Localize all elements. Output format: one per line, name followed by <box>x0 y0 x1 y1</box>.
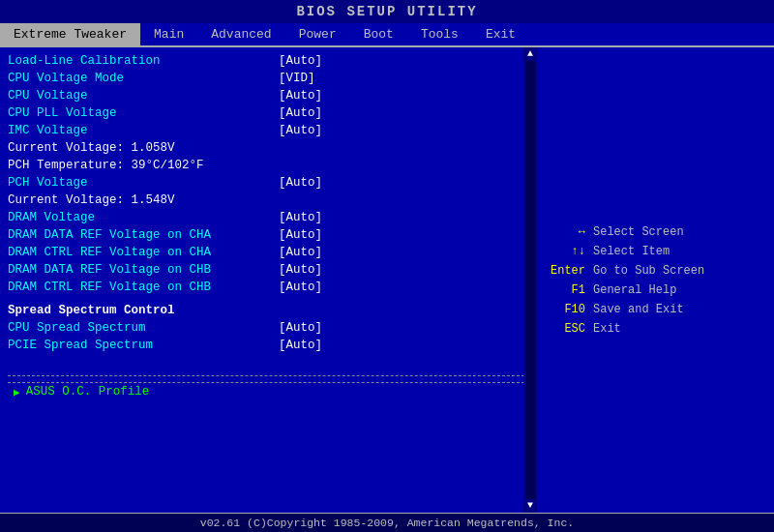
help-row-f1: F1 General Help <box>547 283 764 297</box>
menu-row-load-line[interactable]: Load-Line Calibration [Auto] <box>8 53 529 71</box>
menu-row-pch-temp: PCH Temperature: 39°C/102°F <box>8 158 529 175</box>
label-pch-temp: PCH Temperature: 39°C/102°F <box>8 159 279 172</box>
label-imc: IMC Voltage <box>8 124 279 137</box>
menu-row-pcie-spread[interactable]: PCIE Spread Spectrum [Auto] <box>8 338 529 355</box>
value-imc: [Auto] <box>279 124 322 137</box>
bios-title: BIOS SETUP UTILITY <box>296 4 477 19</box>
value-pch-voltage: [Auto] <box>279 176 322 190</box>
help-row-esc: ESC Exit <box>547 322 764 336</box>
key-updown: ↑↓ <box>547 245 585 258</box>
menu-row-imc[interactable]: IMC Voltage [Auto] <box>8 123 529 140</box>
label-pch-voltage: PCH Voltage <box>8 176 279 190</box>
value-dram-data-chb: [Auto] <box>279 263 322 277</box>
label-dram-voltage: DRAM Voltage <box>8 211 279 224</box>
triangle-icon: ▶ <box>14 386 20 399</box>
value-cpu-voltage: [Auto] <box>279 89 322 103</box>
desc-enter: Go to Sub Screen <box>593 264 704 278</box>
value-dram-data-cha: [Auto] <box>279 228 322 242</box>
nav-extreme-tweaker[interactable]: Extreme Tweaker <box>0 23 140 45</box>
nav-main[interactable]: Main <box>140 23 197 45</box>
footer-bar: v02.61 (C)Copyright 1985-2009, American … <box>0 513 774 532</box>
menu-row-pch-voltage[interactable]: PCH Voltage [Auto] <box>8 175 529 192</box>
value-cpu-spread: [Auto] <box>279 321 322 335</box>
desc-screen: Select Screen <box>593 225 684 239</box>
right-panel: ↔ Select Screen ↑↓ Select Item Enter Go … <box>537 47 774 513</box>
label-load-line: Load-Line Calibration <box>8 54 279 68</box>
label-cpu-pll: CPU PLL Voltage <box>8 106 279 120</box>
help-row-screen: ↔ Select Screen <box>547 225 764 239</box>
value-dram-voltage: [Auto] <box>279 211 322 224</box>
nav-power[interactable]: Power <box>285 23 350 45</box>
key-f1: F1 <box>547 283 585 297</box>
label-dram-data-cha: DRAM DATA REF Voltage on CHA <box>8 228 279 242</box>
menu-row-cpu-voltage[interactable]: CPU Voltage [Auto] <box>8 88 529 105</box>
scroll-up-arrow[interactable]: ▲ <box>527 47 533 61</box>
nav-tools[interactable]: Tools <box>407 23 472 45</box>
menu-row-current-voltage-2: Current Voltage: 1.548V <box>8 192 529 210</box>
menu-row-dram-data-chb[interactable]: DRAM DATA REF Voltage on CHB [Auto] <box>8 262 529 280</box>
desc-f1: General Help <box>593 283 676 297</box>
label-cpu-spread: CPU Spread Spectrum <box>8 321 279 335</box>
value-dram-ctrl-chb: [Auto] <box>279 281 322 294</box>
menu-row-current-voltage-1: Current Voltage: 1.058V <box>8 140 529 158</box>
menu-row-cpu-spread[interactable]: CPU Spread Spectrum [Auto] <box>8 320 529 338</box>
value-dram-ctrl-cha: [Auto] <box>279 246 322 259</box>
key-esc: ESC <box>547 322 585 336</box>
key-arrows: ↔ <box>547 225 585 239</box>
value-cpu-voltage-mode: [VID] <box>279 72 315 85</box>
key-enter: Enter <box>547 264 585 278</box>
menu-row-cpu-pll[interactable]: CPU PLL Voltage [Auto] <box>8 105 529 123</box>
desc-item: Select Item <box>593 245 670 258</box>
nav-exit[interactable]: Exit <box>472 23 529 45</box>
scrollbar[interactable]: ▲ ▼ <box>523 47 537 513</box>
label-cpu-voltage-mode: CPU Voltage Mode <box>8 72 279 85</box>
nav-boot[interactable]: Boot <box>350 23 407 45</box>
separator <box>8 359 529 376</box>
label-spread-spectrum-header: Spread Spectrum Control <box>8 304 279 317</box>
section-spread-spectrum: Spread Spectrum Control <box>8 303 529 320</box>
nav-bar: Extreme Tweaker Main Advanced Power Boot… <box>0 23 774 47</box>
key-f10: F10 <box>547 303 585 316</box>
menu-row-dram-data-cha[interactable]: DRAM DATA REF Voltage on CHA [Auto] <box>8 227 529 245</box>
desc-f10: Save and Exit <box>593 303 684 316</box>
menu-row-cpu-voltage-mode[interactable]: CPU Voltage Mode [VID] <box>8 71 529 88</box>
scrollbar-track <box>525 61 535 499</box>
value-load-line: [Auto] <box>279 54 322 68</box>
footer-text: v02.61 (C)Copyright 1985-2009, American … <box>200 517 574 529</box>
menu-row-dram-voltage[interactable]: DRAM Voltage [Auto] <box>8 210 529 227</box>
title-bar: BIOS SETUP UTILITY <box>0 0 774 23</box>
menu-row-dram-ctrl-chb[interactable]: DRAM CTRL REF Voltage on CHB [Auto] <box>8 280 529 297</box>
label-current-voltage-2: Current Voltage: 1.548V <box>8 193 279 207</box>
left-panel: Load-Line Calibration [Auto] CPU Voltage… <box>0 47 537 513</box>
main-area: Load-Line Calibration [Auto] CPU Voltage… <box>0 47 774 513</box>
label-dram-data-chb: DRAM DATA REF Voltage on CHB <box>8 263 279 277</box>
menu-row-dram-ctrl-cha[interactable]: DRAM CTRL REF Voltage on CHA [Auto] <box>8 245 529 262</box>
label-dram-ctrl-chb: DRAM CTRL REF Voltage on CHB <box>8 281 279 294</box>
help-row-item: ↑↓ Select Item <box>547 245 764 258</box>
value-pcie-spread: [Auto] <box>279 339 322 352</box>
value-cpu-pll: [Auto] <box>279 106 322 120</box>
label-current-voltage-1: Current Voltage: 1.058V <box>8 141 279 155</box>
label-cpu-voltage: CPU Voltage <box>8 89 279 103</box>
scroll-down-arrow[interactable]: ▼ <box>527 499 533 513</box>
help-row-f10: F10 Save and Exit <box>547 303 764 316</box>
help-row-enter: Enter Go to Sub Screen <box>547 264 764 278</box>
nav-advanced[interactable]: Advanced <box>197 23 284 45</box>
asus-oc-label: ASUS O.C. Profile <box>26 385 150 399</box>
label-dram-ctrl-cha: DRAM CTRL REF Voltage on CHA <box>8 246 279 259</box>
desc-esc: Exit <box>593 322 621 336</box>
label-pcie-spread: PCIE Spread Spectrum <box>8 339 279 352</box>
asus-oc-profile-row[interactable]: ▶ ASUS O.C. Profile <box>8 382 529 400</box>
